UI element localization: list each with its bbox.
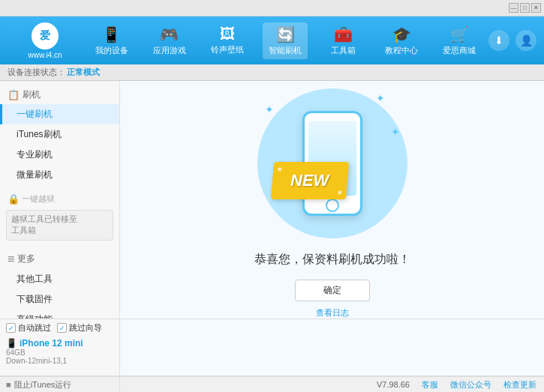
more-section-label: 更多 [17,253,35,265]
close-button[interactable]: ✕ [531,3,541,13]
sidebar-section-flash: 📋 刷机 [0,85,119,104]
sidebar-item-advanced[interactable]: 高级功能 [0,310,119,319]
device-version: Down-12mini-13,1 [6,357,113,365]
check-update-link[interactable]: 检查更新 [503,379,536,391]
device-storage: 64GB [6,349,113,357]
window-controls: — □ ✕ [509,3,541,13]
auto-forward-checkmark: ✓ [6,323,16,333]
wechat-link[interactable]: 微信公众号 [450,379,491,391]
phone-home-button [326,199,339,212]
nav-toolbox[interactable]: 🧰 工具箱 [321,22,366,59]
sidebar-section-flash-label: 刷机 [23,88,41,101]
lock-icon: 🔒 [8,193,20,205]
nav-tutorial[interactable]: 🎓 教程中心 [379,22,424,59]
sidebar: 📋 刷机 一键刷机 iTunes刷机 专业刷机 微量刷机 🔒 一键越狱 越狱工具… [0,81,120,319]
user-button[interactable]: 👤 [515,30,536,51]
bottom-area: ✓ 自动跳过 ✓ 跳过向导 📱 iPhone 12 mini 64GB Down… [0,319,544,376]
bottom-sidebar: ✓ 自动跳过 ✓ 跳过向导 📱 iPhone 12 mini 64GB Down… [0,319,120,376]
pro-flash-label: 专业刷机 [17,149,53,160]
logo-area: 爱 www.i4.cn [8,22,83,59]
apps-icon: 🎮 [160,25,179,43]
sparkle-2: ✦ [376,92,385,104]
flash-icon: 🔄 [276,25,295,43]
jailbreak-notice: 越狱工具已转移至工具箱 [6,210,113,241]
micro-flash-label: 微量刷机 [17,169,53,180]
customer-service-link[interactable]: 客服 [422,379,438,391]
one-click-flash-label: 一键刷机 [17,109,53,119]
confirm-button-label: 确定 [323,284,341,297]
nav-shop[interactable]: 🛒 爱思商城 [437,22,482,59]
bottom-bar: ■ 阻止iTunes运行 V7.98.66 客服 微信公众号 检查更新 [0,376,544,392]
nav-tutorial-label: 教程中心 [385,45,418,56]
more-icon: ≡ [8,253,14,266]
phone-illustration: ✦ ✦ ✦ NEW [250,81,415,237]
status-right: V7.98.66 客服 微信公众号 检查更新 [377,379,536,391]
toolbox-icon: 🧰 [334,25,353,43]
success-message: 恭喜您，保资料刷机成功啦！ [254,252,410,268]
other-tools-label: 其他工具 [17,274,53,284]
header-right: ⬇ 👤 [488,30,536,51]
itunes-bar: ■ 阻止iTunes运行 [0,376,120,392]
nav-items: 📱 我的设备 🎮 应用游戏 🖼 铃声壁纸 🔄 智能刷机 🧰 工具箱 🎓 教程中心… [83,22,488,59]
logo-icon: 爱 [32,22,59,49]
skip-wizard-checkbox[interactable]: ✓ 跳过向导 [57,322,102,334]
nav-wallpaper[interactable]: 🖼 铃声壁纸 [205,22,250,58]
jailbreak-section-label: 一键越狱 [22,193,55,205]
device-icon: 📱 [6,338,17,349]
sparkle-1: ✦ [265,103,274,115]
itunes-label: 阻止iTunes运行 [14,379,72,391]
tutorial-icon: 🎓 [392,25,411,43]
nav-my-device-label: 我的设备 [95,45,128,56]
shop-icon: 🛒 [450,25,469,43]
bottom-content [120,319,544,376]
main-body: 📋 刷机 一键刷机 iTunes刷机 专业刷机 微量刷机 🔒 一键越狱 越狱工具… [0,81,544,319]
nav-toolbox-label: 工具箱 [331,45,356,56]
content-area: ✦ ✦ ✦ NEW 恭喜您，保资料刷机成功啦！ 确定 查看日志 [120,81,544,319]
new-badge-text: NEW [290,171,329,190]
logo-text: 爱 [40,29,50,43]
itunes-icon: ■ [6,380,11,389]
device-name: 📱 iPhone 12 mini [6,338,113,349]
device-status-bar: 设备连接状态： 正常模式 [0,64,544,81]
sidebar-item-itunes-flash[interactable]: iTunes刷机 [0,124,119,145]
skip-wizard-checkmark: ✓ [57,323,67,333]
header: 爱 www.i4.cn 📱 我的设备 🎮 应用游戏 🖼 铃声壁纸 🔄 智能刷机 … [0,16,544,64]
device-icon: 📱 [102,25,121,43]
jailbreak-notice-text: 越狱工具已转移至工具箱 [11,214,77,235]
nav-wallpaper-label: 铃声壁纸 [211,44,244,55]
nav-smart-flash-label: 智能刷机 [269,45,302,56]
sidebar-item-one-click-flash[interactable]: 一键刷机 [0,104,119,124]
new-ribbon: NEW [270,162,348,199]
itunes-flash-label: iTunes刷机 [17,129,62,139]
auto-forward-checkbox[interactable]: ✓ 自动跳过 [6,322,51,334]
minimize-button[interactable]: — [509,3,518,13]
logo-site: www.i4.cn [28,51,62,59]
nav-apps-games[interactable]: 🎮 应用游戏 [147,22,192,59]
version-text: V7.98.66 [377,380,410,389]
maximize-button[interactable]: □ [520,3,530,13]
nav-apps-games-label: 应用游戏 [153,45,186,56]
sidebar-item-download-fw[interactable]: 下载固件 [0,289,119,310]
nav-my-device[interactable]: 📱 我的设备 [89,22,134,59]
download-button[interactable]: ⬇ [488,30,509,51]
device-status-value: 正常模式 [67,67,100,78]
flash-section-icon: 📋 [8,89,20,100]
download-fw-label: 下载固件 [17,294,53,304]
title-bar: — □ ✕ [0,0,544,16]
sidebar-item-other-tools[interactable]: 其他工具 [0,269,119,289]
skip-wizard-label: 跳过向导 [69,322,102,334]
device-name-text: iPhone 12 mini [20,338,83,349]
sidebar-item-pro-flash[interactable]: 专业刷机 [0,145,119,165]
device-info: 📱 iPhone 12 mini 64GB Down-12mini-13,1 [6,337,113,367]
sidebar-section-more: ≡ 更多 [0,250,119,269]
status-bar: V7.98.66 客服 微信公众号 检查更新 [120,376,544,392]
device-status-label: 设备连接状态： [8,67,65,78]
wallpaper-icon: 🖼 [220,25,235,43]
sparkle-3: ✦ [391,126,400,138]
confirm-button[interactable]: 确定 [295,280,370,301]
nav-smart-flash[interactable]: 🔄 智能刷机 [263,22,308,59]
sidebar-section-jailbreak: 🔒 一键越狱 [0,191,119,207]
sidebar-item-micro-flash[interactable]: 微量刷机 [0,165,119,185]
goto-daily-link[interactable]: 查看日志 [316,307,349,319]
checkbox-row: ✓ 自动跳过 ✓ 跳过向导 [6,322,113,334]
